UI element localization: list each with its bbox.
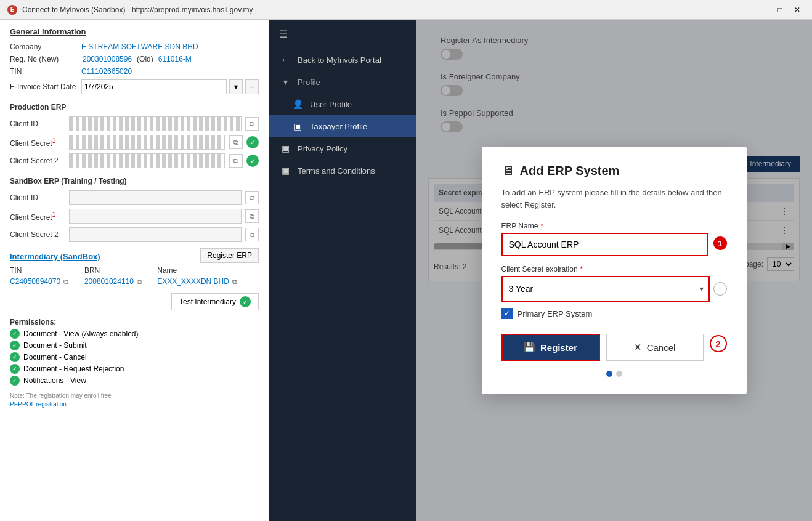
close-button[interactable]: ✕: [790, 4, 805, 16]
prod-secret2-valid-icon: ✓: [246, 155, 259, 167]
perm-check-2-icon: ✓: [10, 352, 20, 362]
inter-brn-copy-icon[interactable]: ⧉: [137, 278, 142, 285]
note-peppol: PEPPOL registration: [10, 401, 67, 408]
maximize-button[interactable]: □: [773, 4, 787, 16]
tin-value: C11102665020: [81, 67, 132, 76]
cancel-btn-label: Cancel: [647, 342, 676, 353]
perm-label-3: Document - Request Rejection: [23, 365, 124, 373]
permissions-title: Permissions:: [10, 318, 259, 326]
sidebar-item-user-profile[interactable]: 👤 User Profile: [269, 93, 416, 115]
perm-check-1-icon: ✓: [10, 341, 20, 350]
terms-icon: ▣: [279, 166, 291, 176]
prod-secret2-row: Client Secret 2 ⧉ ✓: [10, 153, 259, 168]
info-icon[interactable]: i: [713, 282, 727, 296]
perm-check-3-icon: ✓: [10, 364, 20, 374]
primary-erp-checkbox[interactable]: ✓: [501, 308, 513, 319]
erp-name-required-star: *: [540, 222, 543, 230]
cancel-button[interactable]: ✕ Cancel: [606, 334, 704, 361]
sandbox-secret2-input[interactable]: [69, 227, 242, 242]
permissions-section: Permissions: ✓ Document - View (Always e…: [10, 318, 259, 409]
prod-secret2-copy-button[interactable]: ⧉: [229, 154, 243, 168]
user-icon: 👤: [291, 99, 304, 109]
inter-tin-header: TIN: [10, 266, 84, 277]
client-secret-required-star: *: [580, 265, 583, 273]
sidebar-privacy-label: Privacy Policy: [298, 144, 347, 153]
perm-check-4-icon: ✓: [10, 376, 20, 386]
sidebar-taxpayer-label: Taxpayer Profile: [310, 122, 367, 131]
sandbox-client-id-input[interactable]: [69, 190, 242, 205]
test-intermediary-label: Test Intermediary: [179, 297, 236, 306]
save-icon: 💾: [524, 342, 535, 353]
sidebar-terms-label: Terms and Conditions: [298, 166, 375, 176]
date-picker-button[interactable]: ▼: [229, 79, 243, 94]
sidebar-user-profile-label: User Profile: [310, 100, 352, 109]
minimize-button[interactable]: —: [755, 4, 770, 16]
intermediary-row: C24050894070 ⧉ 200801024110 ⧉ EXXX_XXXXD…: [10, 277, 259, 288]
prod-client-id-input: [69, 116, 242, 131]
prod-secret2-label: Client Secret 2: [10, 156, 65, 165]
sidebar-profile-label: Profile: [298, 78, 320, 87]
einvoice-label: E-Invoice Start Date: [10, 83, 78, 91]
reg-row: Reg. No (New) 200301008596 (Old) 611016-…: [10, 55, 259, 63]
perm-item-4: ✓ Notifications - View: [10, 376, 259, 386]
client-secret-label-row: Client Secret expiration *: [501, 265, 727, 273]
test-intermediary-check-icon: ✓: [240, 296, 251, 307]
sandbox-secret1-copy-button[interactable]: ⧉: [245, 209, 259, 223]
erp-name-input[interactable]: [501, 233, 708, 256]
sidebar-hamburger-button[interactable]: ☰: [269, 20, 416, 49]
sandbox-erp-section: SandBox ERP (Training / Testing) Client …: [10, 177, 259, 242]
privacy-icon: ▣: [279, 143, 291, 153]
production-erp-title: Production ERP: [10, 103, 259, 111]
prod-secret1-label: Client Secret1: [10, 137, 65, 148]
sandbox-erp-title: SandBox ERP (Training / Testing): [10, 177, 259, 185]
test-intermediary-button[interactable]: Test Intermediary ✓: [171, 293, 259, 310]
window-controls: — □ ✕: [755, 4, 805, 16]
perm-item-0: ✓ Document - View (Always enabled): [10, 329, 259, 339]
sidebar-item-terms[interactable]: ▣ Terms and Conditions: [269, 160, 416, 182]
client-secret-expiry-select[interactable]: 1 Year 2 Year 3 Year: [503, 277, 708, 301]
prod-client-id-copy-button[interactable]: ⧉: [245, 117, 259, 131]
inter-tin-copy-icon[interactable]: ⧉: [63, 278, 68, 285]
production-erp-section: Production ERP Client ID ⧉ Client Secret…: [10, 103, 259, 168]
sandbox-client-id-copy-button[interactable]: ⧉: [245, 191, 259, 204]
step-dot-2: [616, 371, 622, 377]
left-panel: General Information Company E STREAM SOF…: [0, 20, 269, 521]
back-icon: ←: [279, 55, 291, 65]
primary-erp-label: Primary ERP System: [518, 309, 593, 318]
primary-erp-checkbox-row: ✓ Primary ERP System: [501, 308, 727, 319]
perm-item-1: ✓ Document - Submit: [10, 341, 259, 350]
einvoice-date-input[interactable]: [81, 79, 227, 94]
annotation-1: 1: [713, 236, 727, 250]
more-options-button[interactable]: ···: [245, 79, 259, 94]
perm-item-3: ✓ Document - Request Rejection: [10, 364, 259, 374]
register-button[interactable]: 💾 Register: [501, 334, 600, 361]
sidebar-back-label: Back to MyInvois Portal: [298, 55, 381, 65]
sandbox-secret1-label: Client Secret1: [10, 211, 65, 222]
reg-old-label: (Old): [137, 55, 153, 63]
inter-name-header: Name: [157, 266, 259, 277]
inter-brn-header: BRN: [84, 266, 157, 277]
sandbox-secret1-input[interactable]: [69, 209, 242, 224]
inter-tin-cell: C24050894070 ⧉: [10, 277, 84, 288]
prod-secret1-copy-button[interactable]: ⧉: [229, 135, 243, 149]
note-text: Note: The registration may enroll free P…: [10, 392, 259, 409]
prod-secret1-input: [69, 135, 225, 150]
add-erp-modal: 🖥 Add ERP System To add an ERP system pl…: [482, 147, 747, 394]
modal-description: To add an ERP system please fill in the …: [501, 187, 727, 211]
monitor-icon: 🖥: [501, 164, 514, 178]
sidebar-item-back[interactable]: ← Back to MyInvois Portal: [269, 49, 416, 71]
reg-old-value: 611016-M: [158, 55, 192, 63]
prod-secret2-input: [69, 153, 225, 168]
inter-name-copy-icon[interactable]: ⧉: [232, 278, 237, 285]
sandbox-secret2-copy-button[interactable]: ⧉: [245, 228, 259, 241]
tin-row: TIN C11102665020: [10, 67, 259, 76]
sandbox-secret1-row: Client Secret1 ⧉: [10, 209, 259, 224]
modal-title: 🖥 Add ERP System: [501, 164, 727, 178]
sidebar-item-taxpayer-profile[interactable]: ▣ Taxpayer Profile: [269, 115, 416, 137]
company-row: Company E STREAM SOFTWARE SDN BHD: [10, 42, 259, 51]
perm-label-2: Document - Cancel: [23, 353, 87, 361]
close-icon: ✕: [634, 342, 642, 353]
sidebar-item-privacy-policy[interactable]: ▣ Privacy Policy: [269, 137, 416, 160]
register-erp-button[interactable]: Register ERP: [200, 248, 259, 263]
reg-label: Reg. No (New): [10, 55, 78, 63]
